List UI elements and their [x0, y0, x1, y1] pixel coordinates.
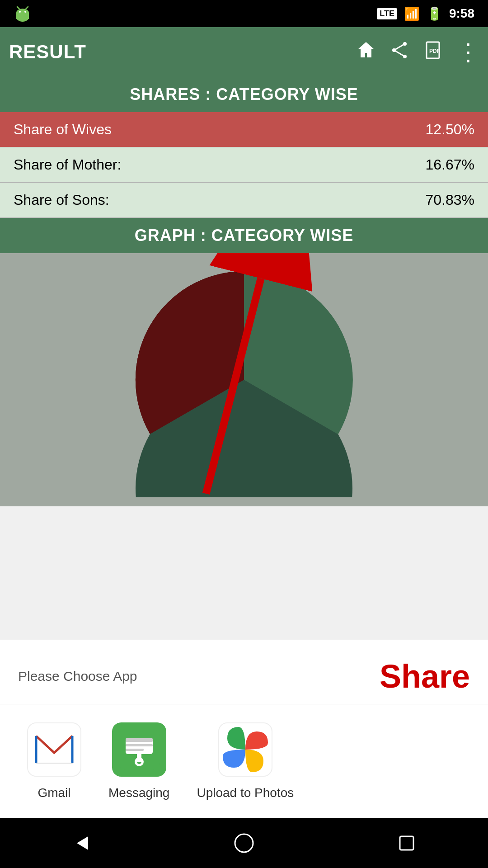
svg-line-10 — [394, 44, 405, 50]
status-bar: LTE 📶 🔋 9:58 — [0, 0, 488, 27]
pie-chart — [127, 262, 361, 497]
messaging-label: Messaging — [108, 786, 169, 800]
app-title: RESULT — [9, 41, 347, 63]
table-row: Share of Mother: 16.67% — [0, 147, 488, 183]
row-label: Share of Mother: — [14, 156, 121, 173]
share-apps-list: Gmail Messaging — [0, 704, 488, 818]
photos-app-item[interactable]: Upload to Photos — [197, 722, 294, 800]
nav-bar — [0, 818, 488, 868]
graph-header-text: GRAPH : CATEGORY WISE — [135, 226, 353, 245]
back-button[interactable] — [70, 832, 93, 854]
row-value: 70.83% — [425, 192, 474, 208]
share-title: Share — [380, 658, 470, 695]
signal-bars: 📶 — [404, 6, 420, 21]
photos-label: Upload to Photos — [197, 786, 294, 800]
app-bar-icons: PDF ⋮ — [356, 38, 479, 66]
messaging-app-item[interactable]: Messaging — [108, 722, 169, 800]
status-bar-right: LTE 📶 🔋 9:58 — [377, 6, 474, 21]
svg-rect-25 — [137, 754, 141, 762]
svg-line-5 — [17, 7, 19, 9]
gmail-icon — [27, 722, 81, 777]
gmail-label: Gmail — [38, 786, 70, 800]
svg-line-6 — [26, 7, 28, 9]
recents-button[interactable] — [395, 832, 418, 854]
svg-rect-21 — [126, 744, 153, 746]
svg-line-11 — [394, 50, 405, 57]
android-icon — [14, 5, 32, 23]
svg-point-4 — [24, 11, 26, 13]
table-row: Share of Sons: 70.83% — [0, 183, 488, 218]
category-header: SHARES : CATEGORY WISE — [0, 77, 488, 112]
clock: 9:58 — [449, 6, 474, 21]
more-options-button[interactable]: ⋮ — [456, 38, 479, 66]
share-header: Please Choose App Share — [0, 640, 488, 704]
svg-rect-20 — [126, 738, 153, 742]
svg-point-27 — [235, 834, 253, 852]
photos-icon — [218, 722, 272, 777]
pdf-button[interactable]: PDF — [423, 40, 443, 64]
status-bar-left — [14, 5, 32, 23]
home-button[interactable] — [356, 40, 376, 64]
share-button[interactable] — [389, 40, 409, 64]
please-choose-label: Please Choose App — [18, 669, 380, 684]
row-value: 16.67% — [425, 156, 474, 173]
svg-point-2 — [16, 9, 29, 17]
row-label: Share of Wives — [14, 121, 112, 138]
app-bar: RESULT PDF ⋮ — [0, 27, 488, 77]
row-label: Share of Sons: — [14, 192, 109, 208]
row-value: 12.50% — [425, 121, 474, 138]
svg-rect-22 — [126, 749, 144, 751]
share-bottom-sheet: Please Choose App Share Gmail — [0, 640, 488, 818]
home-nav-button[interactable] — [233, 832, 255, 854]
svg-text:PDF: PDF — [429, 48, 440, 54]
category-header-text: SHARES : CATEGORY WISE — [130, 85, 358, 104]
lte-indicator: LTE — [377, 8, 397, 19]
graph-area — [0, 253, 488, 506]
gmail-app-item[interactable]: Gmail — [27, 722, 81, 800]
svg-point-3 — [19, 11, 21, 13]
table-row: Share of Wives 12.50% — [0, 112, 488, 147]
svg-rect-28 — [400, 836, 413, 850]
graph-header: GRAPH : CATEGORY WISE — [0, 218, 488, 253]
messaging-icon — [112, 722, 166, 777]
svg-marker-26 — [77, 836, 88, 850]
battery-icon: 🔋 — [427, 6, 442, 21]
